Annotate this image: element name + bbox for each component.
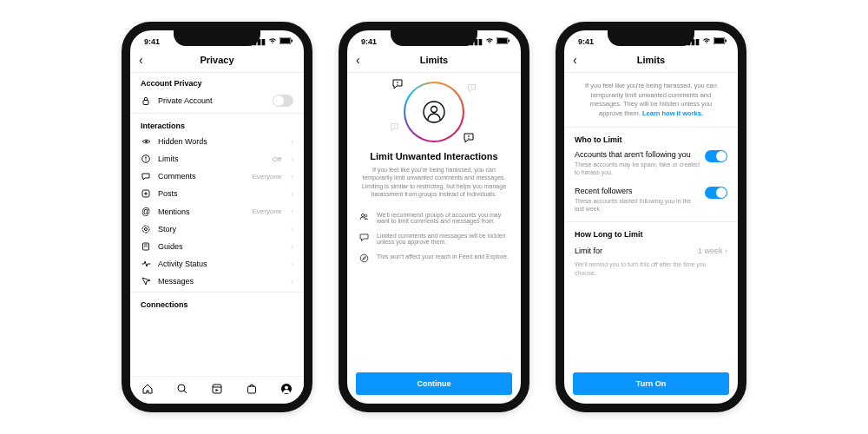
row-private-account[interactable]: Private Account — [130, 90, 304, 111]
content: Account Privacy Private Account Interact… — [130, 73, 304, 312]
row-posts[interactable]: Posts › — [130, 185, 304, 202]
row-mentions[interactable]: @ Mentions Everyone › — [130, 202, 304, 220]
posts-label: Posts — [158, 189, 281, 198]
tab-shop-icon[interactable] — [246, 383, 258, 398]
story-label: Story — [158, 225, 281, 233]
chevron-right-icon: › — [291, 207, 293, 215]
svg-rect-25 — [509, 40, 510, 43]
phone-limits-intro: 9:41 ▮▮▮▮ ‹ Limits — [339, 22, 529, 412]
tab-reels-icon[interactable] — [211, 383, 223, 398]
back-button[interactable]: ‹ — [139, 53, 143, 67]
svg-point-11 — [142, 226, 149, 233]
svg-point-37 — [365, 214, 367, 217]
row-story[interactable]: Story › — [130, 220, 304, 238]
svg-point-33 — [468, 138, 469, 139]
bullet-text: Limited comments and messages will be hi… — [377, 233, 509, 245]
mentions-label: Mentions — [158, 207, 246, 216]
bullets: We'll recommend groups of accounts you m… — [347, 202, 521, 274]
svg-rect-20 — [248, 386, 256, 393]
opt1-toggle[interactable] — [705, 150, 727, 162]
back-button[interactable]: ‹ — [356, 53, 360, 67]
comments-value: Everyone — [253, 173, 282, 181]
comment-icon — [141, 172, 151, 181]
svg-point-7 — [145, 160, 146, 161]
svg-point-22 — [285, 386, 288, 390]
limit-for-label: Limit for — [575, 247, 602, 255]
bullet-text: We'll recommend groups of accounts you m… — [377, 212, 509, 224]
row-activity-status[interactable]: Activity Status › — [130, 255, 304, 273]
header: ‹ Limits — [347, 49, 521, 73]
divider — [130, 113, 304, 114]
continue-button[interactable]: Continue — [356, 372, 512, 395]
notch — [608, 30, 694, 46]
intro-text: If you feel like you're being harassed, … — [564, 73, 738, 125]
limits-label: Limits — [158, 155, 266, 163]
back-button[interactable]: ‹ — [573, 53, 577, 67]
bullet-item: We'll recommend groups of accounts you m… — [359, 207, 509, 228]
setting-not-following: Accounts that aren't following you These… — [564, 147, 738, 183]
hero: Limit Unwanted Interactions If you feel … — [347, 73, 521, 202]
learn-link[interactable]: Learn how it works. — [642, 109, 703, 117]
tab-profile-icon[interactable] — [280, 383, 293, 398]
chevron-right-icon: › — [291, 155, 293, 163]
comment-icon — [359, 233, 370, 244]
alert-bubble-icon — [390, 122, 399, 134]
svg-point-27 — [397, 84, 398, 85]
messages-icon — [141, 277, 151, 286]
svg-point-31 — [394, 127, 395, 128]
section-account-privacy: Account Privacy — [130, 73, 304, 90]
status-time: 9:41 — [361, 37, 377, 46]
svg-rect-1 — [280, 38, 290, 43]
chevron-right-icon: › — [291, 260, 293, 268]
battery-icon — [279, 37, 293, 46]
divider — [564, 221, 738, 222]
guides-icon — [141, 242, 151, 251]
svg-rect-3 — [143, 101, 148, 105]
tab-search-icon[interactable] — [176, 383, 188, 398]
comments-label: Comments — [158, 172, 246, 181]
row-guides[interactable]: Guides › — [130, 238, 304, 255]
eye-off-icon — [141, 137, 151, 146]
guides-label: Guides — [158, 242, 281, 251]
activity-icon — [141, 260, 151, 268]
opt2-desc: These accounts started following you in … — [575, 197, 700, 213]
phone-limits-settings: 9:41 ▮▮▮▮ ‹ Limits If you feel like you'… — [556, 22, 746, 412]
row-comments[interactable]: Comments Everyone › — [130, 168, 304, 185]
opt2-title: Recent followers — [575, 187, 700, 195]
chevron-right-icon: › — [725, 247, 727, 255]
opt2-toggle[interactable] — [705, 187, 727, 199]
section-interactions: Interactions — [130, 115, 304, 133]
row-limit-for[interactable]: Limit for 1 week › — [564, 241, 738, 257]
page-title: Privacy — [200, 55, 233, 65]
row-limits[interactable]: Limits Off › — [130, 150, 304, 168]
tab-bar — [130, 376, 304, 404]
header: ‹ Limits — [564, 49, 738, 73]
person-icon — [405, 83, 463, 141]
alert-bubble-icon — [467, 83, 477, 95]
private-account-toggle[interactable] — [273, 95, 293, 107]
status-time: 9:41 — [578, 37, 594, 46]
story-icon — [141, 225, 151, 233]
row-messages[interactable]: Messages › — [130, 273, 304, 290]
svg-rect-40 — [714, 38, 724, 43]
bullet-item: This won't affect your reach in Feed and… — [359, 249, 509, 269]
hidden-words-label: Hidden Words — [158, 137, 281, 146]
svg-point-38 — [360, 254, 368, 262]
reminder-hint: We'll remind you to turn this off after … — [564, 257, 738, 280]
lock-icon — [141, 96, 151, 105]
svg-point-16 — [178, 385, 185, 391]
wifi-icon — [702, 37, 711, 46]
mentions-value: Everyone — [253, 207, 282, 215]
page-title: Limits — [420, 55, 448, 65]
alert-bubble-icon — [391, 78, 404, 92]
hero-body: If you feel like you're being harassed, … — [359, 166, 509, 199]
people-icon — [359, 212, 370, 223]
svg-point-35 — [431, 107, 437, 113]
divider — [564, 127, 738, 128]
section-connections: Connections — [130, 294, 304, 312]
wifi-icon — [485, 37, 494, 46]
row-hidden-words[interactable]: Hidden Words › — [130, 133, 304, 150]
tab-home-icon[interactable] — [141, 383, 154, 398]
turn-on-button[interactable]: Turn On — [573, 372, 729, 395]
svg-rect-18 — [213, 385, 221, 393]
